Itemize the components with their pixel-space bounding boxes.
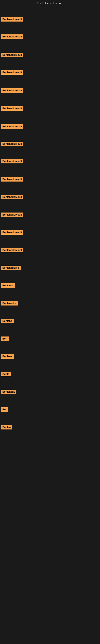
rows-container: Bottleneck resultBottleneck resultBottle… xyxy=(0,6,100,644)
bottleneck-bar-10[interactable]: Bottleneck result xyxy=(1,177,23,182)
bottleneck-row-16: Bottlenec xyxy=(0,283,15,288)
bottleneck-bar-2[interactable]: Bottleneck result xyxy=(1,34,23,39)
bottleneck-row-24: Bottlen xyxy=(0,425,12,430)
page-container: TheBottlenecker.com Bottleneck resultBot… xyxy=(0,0,100,644)
bottleneck-bar-17[interactable]: Bottleneck r xyxy=(1,301,18,306)
site-title: TheBottlenecker.com xyxy=(0,0,100,6)
bottleneck-row-11: Bottleneck result xyxy=(0,195,23,199)
bottleneck-bar-21[interactable]: Bottle xyxy=(1,372,11,376)
bottleneck-row-23: Bot xyxy=(0,407,8,412)
bottleneck-row-20: Bottlene xyxy=(0,354,14,359)
bottleneck-bar-8[interactable]: Bottleneck result xyxy=(1,142,23,146)
bottleneck-row-7: Bottleneck result xyxy=(0,124,23,129)
bottleneck-row-4: Bottleneck result xyxy=(0,70,23,75)
bottleneck-bar-6[interactable]: Bottleneck result xyxy=(1,106,23,111)
bottleneck-bar-16[interactable]: Bottlenec xyxy=(1,283,15,288)
bottleneck-bar-15[interactable]: Bottleneck res xyxy=(1,266,21,270)
bottleneck-bar-1[interactable]: Bottleneck result xyxy=(1,17,23,22)
bottleneck-row-12: Bottleneck result xyxy=(0,212,23,217)
bottleneck-bar-9[interactable]: Bottleneck result xyxy=(1,159,23,164)
cursor-indicator xyxy=(1,539,1,544)
bottleneck-bar-3[interactable]: Bottleneck result xyxy=(1,53,23,57)
bottleneck-row-10: Bottleneck result xyxy=(0,177,23,182)
bottleneck-row-6: Bottleneck result xyxy=(0,106,23,111)
bottleneck-row-5: Bottleneck result xyxy=(0,88,23,93)
bottleneck-bar-20[interactable]: Bottlene xyxy=(1,354,14,359)
bottleneck-bar-23[interactable]: Bot xyxy=(1,407,8,412)
bottleneck-row-22: Bottleneck xyxy=(0,390,16,394)
bottleneck-bar-12[interactable]: Bottleneck result xyxy=(1,212,23,217)
bottleneck-row-14: Bottleneck result xyxy=(0,248,23,252)
bottleneck-bar-11[interactable]: Bottleneck result xyxy=(1,195,23,199)
bottleneck-bar-7[interactable]: Bottleneck result xyxy=(1,124,23,129)
bottleneck-bar-19[interactable]: Bott xyxy=(1,336,9,341)
bottleneck-row-15: Bottleneck res xyxy=(0,266,21,270)
bottleneck-bar-13[interactable]: Bottleneck result xyxy=(1,230,23,235)
bottleneck-row-9: Bottleneck result xyxy=(0,159,23,164)
bottleneck-row-17: Bottleneck r xyxy=(0,301,18,306)
bottleneck-bar-4[interactable]: Bottleneck result xyxy=(1,70,23,75)
bottleneck-bar-24[interactable]: Bottlen xyxy=(1,425,12,430)
bottleneck-row-19: Bott xyxy=(0,336,9,341)
bottleneck-row-3: Bottleneck result xyxy=(0,53,23,57)
bottleneck-row-21: Bottle xyxy=(0,372,11,376)
bottleneck-row-18: Bottlene xyxy=(0,319,14,323)
bottleneck-row-2: Bottleneck result xyxy=(0,34,23,39)
bottleneck-bar-14[interactable]: Bottleneck result xyxy=(1,248,23,252)
bottleneck-bar-5[interactable]: Bottleneck result xyxy=(1,88,23,93)
bottleneck-bar-22[interactable]: Bottleneck xyxy=(1,390,16,394)
bottleneck-row-8: Bottleneck result xyxy=(0,142,23,146)
bottleneck-row-1: Bottleneck result xyxy=(0,17,23,22)
bottleneck-bar-18[interactable]: Bottlene xyxy=(1,319,14,323)
bottleneck-row-13: Bottleneck result xyxy=(0,230,23,235)
